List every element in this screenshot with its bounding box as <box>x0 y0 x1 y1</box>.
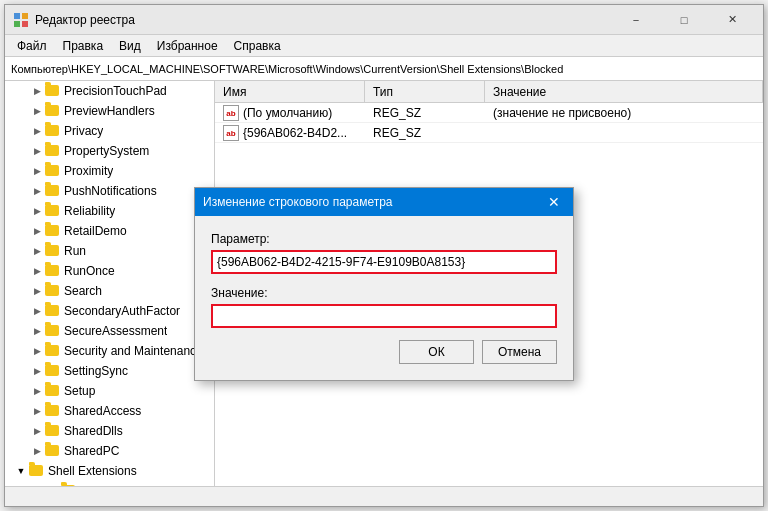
close-button[interactable]: ✕ <box>709 6 755 34</box>
list-item[interactable]: ▶ Run <box>5 241 214 261</box>
tree-label: SharedPC <box>64 444 119 458</box>
main-wrapper: ▶ PrecisionTouchPad ▶ PreviewHandlers ▶ … <box>5 81 763 486</box>
menu-help[interactable]: Справка <box>226 37 289 55</box>
column-header-value[interactable]: Значение <box>485 81 763 102</box>
cancel-button[interactable]: Отмена <box>482 340 557 364</box>
expand-icon: ▶ <box>29 386 45 396</box>
cell-name: ab {596AB062-B4D2... <box>215 123 365 143</box>
maximize-button[interactable]: □ <box>661 6 707 34</box>
list-item[interactable]: ▶ SharedAccess <box>5 401 214 421</box>
tree-label: SharedDlls <box>64 424 123 438</box>
menu-edit[interactable]: Правка <box>55 37 112 55</box>
expand-icon: ▶ <box>29 286 45 296</box>
value-input[interactable] <box>211 304 557 328</box>
list-item[interactable]: ▶ Security and Maintenanc... <box>5 341 214 361</box>
tree-panel[interactable]: ▶ PrecisionTouchPad ▶ PreviewHandlers ▶ … <box>5 81 215 486</box>
cell-value <box>485 131 763 135</box>
menu-favorites[interactable]: Избранное <box>149 37 226 55</box>
cell-type: REG_SZ <box>365 104 485 122</box>
expand-icon: ▶ <box>29 446 45 456</box>
folder-icon <box>45 343 61 359</box>
column-header-type[interactable]: Тип <box>365 81 485 102</box>
table-row[interactable]: ab (По умолчанию) REG_SZ (значение не пр… <box>215 103 763 123</box>
tree-label: SecondaryAuthFactor <box>64 304 180 318</box>
folder-icon <box>45 83 61 99</box>
svg-rect-3 <box>22 21 28 27</box>
folder-icon <box>45 123 61 139</box>
address-path[interactable]: Компьютер\HKEY_LOCAL_MACHINE\SOFTWARE\Mi… <box>11 63 757 75</box>
folder-icon <box>29 463 45 479</box>
list-item[interactable]: ▶ SharedPC <box>5 441 214 461</box>
list-item[interactable]: ▶ Reliability <box>5 201 214 221</box>
reg-icon: ab (По умолчанию) <box>223 105 357 121</box>
status-bar <box>5 486 763 506</box>
value-field: Значение: <box>211 286 557 328</box>
list-item[interactable]: ▶ SettingSync <box>5 361 214 381</box>
expand-icon: ▶ <box>29 426 45 436</box>
expand-icon: ▶ <box>29 166 45 176</box>
title-bar: Редактор реестра − □ ✕ <box>5 5 763 35</box>
folder-icon <box>45 303 61 319</box>
folder-icon <box>45 323 61 339</box>
dialog-close-button[interactable]: ✕ <box>543 191 565 213</box>
dialog-title-bar: Изменение строкового параметра ✕ <box>195 188 573 216</box>
list-item[interactable]: ▶ SecondaryAuthFactor <box>5 301 214 321</box>
list-item[interactable]: ▶ SharedDlls <box>5 421 214 441</box>
dialog-body: Параметр: Значение: ОК Отмена <box>195 216 573 380</box>
reg-icon: ab {596AB062-B4D2... <box>223 125 357 141</box>
folder-icon <box>45 263 61 279</box>
svg-rect-2 <box>14 21 20 27</box>
ok-button[interactable]: ОК <box>399 340 474 364</box>
folder-icon <box>61 483 77 486</box>
expand-icon: ▶ <box>29 266 45 276</box>
expand-icon: ▶ <box>29 126 45 136</box>
expand-icon: ▶ <box>29 366 45 376</box>
folder-icon <box>45 183 61 199</box>
list-item[interactable]: ▶ PrecisionTouchPad <box>5 81 214 101</box>
expand-icon: ▼ <box>13 466 29 476</box>
folder-icon <box>45 163 61 179</box>
tree-label: Proximity <box>64 164 113 178</box>
folder-icon <box>45 283 61 299</box>
expand-icon: ▶ <box>29 106 45 116</box>
list-item[interactable]: ▶ Proximity <box>5 161 214 181</box>
folder-icon <box>45 423 61 439</box>
expand-icon: ▶ <box>29 406 45 416</box>
list-item[interactable]: ▼ Shell Extensions <box>5 461 214 481</box>
list-item[interactable]: ▶ PreviewHandlers <box>5 101 214 121</box>
param-field: Параметр: <box>211 232 557 274</box>
dialog-title: Изменение строкового параметра <box>203 195 543 209</box>
expand-icon: ▶ <box>29 146 45 156</box>
list-item[interactable]: ▶ Search <box>5 281 214 301</box>
list-item[interactable]: ▶ SecureAssessment <box>5 321 214 341</box>
menu-file[interactable]: Файл <box>9 37 55 55</box>
param-input[interactable] <box>211 250 557 274</box>
minimize-button[interactable]: − <box>613 6 659 34</box>
folder-icon <box>45 383 61 399</box>
tree-label: PropertySystem <box>64 144 149 158</box>
menu-view[interactable]: Вид <box>111 37 149 55</box>
tree-label: SharedAccess <box>64 404 141 418</box>
list-item[interactable]: ▶ PropertySystem <box>5 141 214 161</box>
folder-icon <box>45 443 61 459</box>
expand-icon: ▶ <box>29 246 45 256</box>
list-item[interactable]: ▶ Privacy <box>5 121 214 141</box>
folder-icon <box>45 243 61 259</box>
param-label: Параметр: <box>211 232 557 246</box>
table-row[interactable]: ab {596AB062-B4D2... REG_SZ <box>215 123 763 143</box>
list-item[interactable]: ▶ RetailDemo <box>5 221 214 241</box>
registry-icon: ab <box>223 105 239 121</box>
tree-label: PrecisionTouchPad <box>64 84 167 98</box>
expand-icon: ▶ <box>29 346 45 356</box>
list-item[interactable]: ▶ Setup <box>5 381 214 401</box>
tree-label: Approved <box>80 484 131 486</box>
svg-rect-0 <box>14 13 20 19</box>
tree-label: PreviewHandlers <box>64 104 155 118</box>
list-item[interactable]: ▶ RunOnce <box>5 261 214 281</box>
list-item[interactable]: ▶ PushNotifications <box>5 181 214 201</box>
list-item[interactable]: ▶ Approved <box>5 481 214 486</box>
column-header-name[interactable]: Имя <box>215 81 365 102</box>
menu-bar: Файл Правка Вид Избранное Справка <box>5 35 763 57</box>
folder-icon <box>45 143 61 159</box>
tree-label: Run <box>64 244 86 258</box>
